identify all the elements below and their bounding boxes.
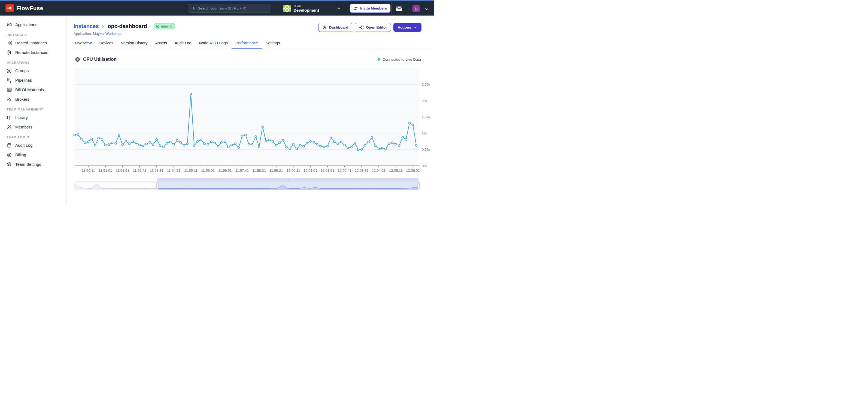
sidebar-item-remote-instances[interactable]: Remote Instances: [0, 48, 66, 57]
user-initials: jp: [415, 7, 417, 11]
tab-version-history[interactable]: Version History: [117, 41, 152, 49]
tab-overview[interactable]: Overview: [71, 41, 95, 49]
navbar-divider: [344, 2, 344, 16]
sidebar-item-team-settings[interactable]: Team Settings: [0, 160, 66, 169]
sidebar-item-label: Team Settings: [15, 162, 41, 167]
dashboard-button-label: Dashboard: [329, 25, 348, 29]
svg-text:12:01:01: 12:01:01: [304, 169, 317, 173]
team-selector[interactable]: TEAM: Development: [283, 4, 341, 13]
flowfuse-logo-icon: [5, 4, 14, 12]
open-editor-button-label: Open Editor: [366, 25, 387, 29]
svg-text:12:02:41: 12:02:41: [338, 169, 351, 173]
svg-text:11:56:01: 11:56:01: [201, 169, 215, 173]
sidebar-item-label: Members: [15, 125, 32, 129]
invite-members-button[interactable]: Invite Members: [349, 4, 391, 13]
invite-members-label: Invite Members: [360, 6, 387, 10]
sidebar-item-audit-log[interactable]: Audit Log: [0, 140, 66, 150]
chevron-down-icon: [413, 25, 417, 29]
sidebar-item-pipelines[interactable]: Pipelines: [0, 75, 66, 85]
dashboard-button[interactable]: Dashboard: [318, 23, 352, 32]
sidebar-item-groups[interactable]: Groups: [0, 66, 66, 75]
svg-text:12:05:11: 12:05:11: [389, 169, 403, 173]
svg-text:11:50:11: 11:50:11: [82, 169, 95, 173]
tab-node-red-logs[interactable]: Node-RED Logs: [195, 41, 231, 49]
actions-button-label: Actions: [398, 25, 411, 29]
bill-of-materials-icon: [6, 87, 12, 93]
chart-title: CPU Utilisation: [83, 57, 117, 62]
team-search[interactable]: [188, 4, 271, 12]
svg-text:12:00:11: 12:00:11: [287, 169, 300, 173]
hosted-instances-icon: [6, 40, 12, 46]
tab-performance[interactable]: Performance: [231, 41, 262, 49]
user-plus-icon: [353, 6, 358, 11]
navigator-handle-left[interactable]: [156, 183, 158, 189]
sidebar-item-library[interactable]: Library: [0, 113, 66, 122]
tab-devices[interactable]: Devices: [95, 41, 117, 49]
live-status-label: Connected to Live Data: [382, 58, 421, 62]
application-link[interactable]: Mayker Workshop: [93, 32, 122, 36]
svg-text:2%: 2%: [422, 99, 427, 103]
svg-text:11:56:51: 11:56:51: [218, 169, 232, 173]
svg-text:2.5%: 2.5%: [422, 82, 430, 87]
sidebar-item-brokers[interactable]: Brokers: [0, 95, 66, 104]
flowfuse-brand[interactable]: FlowFuse: [5, 4, 43, 12]
svg-text:12:04:21: 12:04:21: [372, 169, 386, 173]
sidebar-item-label: Remote Instances: [15, 50, 48, 55]
tab-audit-log[interactable]: Audit Log: [171, 41, 195, 49]
instance-tabs: OverviewDevicesVersion HistoryAssetsAudi…: [67, 41, 434, 49]
header-actions: Dashboard Open Editor Actions: [318, 23, 422, 32]
chevron-down-icon: [336, 6, 341, 11]
sidebar-item-label: Audit Log: [15, 143, 32, 147]
cpu-utilisation-chart: 0%0.5%1%1.5%2%2.5%11:50:1111:51:0111:51:…: [67, 68, 434, 175]
svg-text:11:54:21: 11:54:21: [167, 169, 181, 173]
brokers-icon: [6, 97, 12, 102]
live-status-dot: [378, 58, 380, 61]
svg-text:11:55:11: 11:55:11: [184, 169, 197, 173]
team-label: TEAM:: [293, 5, 319, 8]
sidebar-item-bill-of-materials[interactable]: Bill Of Materials: [0, 85, 66, 95]
svg-text:11:57:41: 11:57:41: [236, 169, 249, 173]
tab-assets[interactable]: Assets: [152, 41, 171, 49]
svg-text:12:06:01: 12:06:01: [406, 169, 420, 173]
sidebar-item-label: Brokers: [15, 97, 29, 102]
user-avatar[interactable]: jp: [412, 5, 420, 12]
open-editor-button[interactable]: Open Editor: [355, 23, 391, 32]
sidebar-item-hosted-instances[interactable]: Hosted Instances: [0, 38, 66, 48]
notifications-mail-icon[interactable]: [396, 5, 403, 12]
sidebar-item-members[interactable]: Members: [0, 122, 66, 132]
sidebar-item-label: Pipelines: [15, 78, 32, 82]
play-circle-icon: [156, 25, 160, 28]
pipelines-icon: [6, 77, 12, 83]
actions-button[interactable]: Actions: [394, 23, 422, 32]
sidebar-section-header: OPERATIONS: [0, 57, 66, 66]
breadcrumb-instances-link[interactable]: Instances: [73, 23, 99, 29]
sidebar-item-label: Billing: [15, 152, 26, 157]
chart-range-selector[interactable]: [67, 178, 434, 191]
tab-settings[interactable]: Settings: [262, 41, 284, 49]
chart-section-header: CPU Utilisation Connected to Live Data: [75, 56, 421, 63]
status-badge: running: [154, 23, 176, 29]
sidebar-item-applications[interactable]: Applications: [0, 20, 66, 29]
team-name: Development: [293, 8, 319, 12]
navigator-handle-right[interactable]: [417, 183, 420, 189]
pie-chart-icon: [322, 25, 327, 30]
search-input[interactable]: [197, 6, 268, 11]
svg-text:0%: 0%: [422, 164, 427, 168]
sidebar-item-label: Bill Of Materials: [15, 88, 44, 92]
remote-instances-icon: [6, 50, 12, 55]
sidebar-item-billing[interactable]: Billing: [0, 150, 66, 160]
library-icon: [6, 115, 12, 120]
audit-log-icon: [6, 143, 12, 148]
cpu-icon: [75, 57, 81, 62]
user-menu-chevron-down-icon[interactable]: [425, 7, 429, 11]
svg-text:11:53:31: 11:53:31: [150, 169, 163, 173]
chevron-right-icon: [101, 24, 105, 29]
sidebar: ApplicationsINSTANCESHosted InstancesRem…: [0, 16, 67, 205]
applications-icon: [6, 22, 12, 28]
members-icon: [6, 125, 12, 130]
svg-text:11:51:51: 11:51:51: [116, 169, 129, 173]
live-data-status: Connected to Live Data: [378, 58, 421, 62]
sidebar-section-header: INSTANCES: [0, 29, 66, 38]
svg-text:1.5%: 1.5%: [422, 115, 430, 119]
status-badge-label: running: [161, 25, 173, 28]
